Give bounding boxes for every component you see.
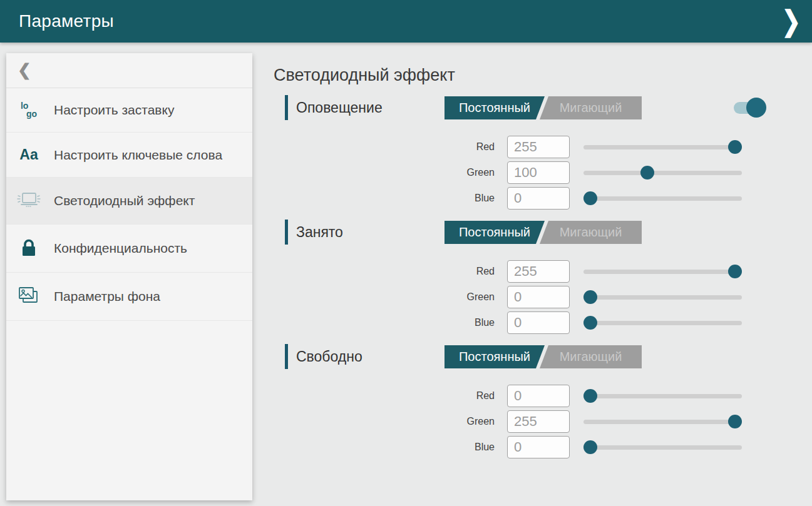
back-icon[interactable]: ❮	[18, 61, 31, 80]
section-name: Занято	[296, 224, 343, 241]
green-value-input[interactable]	[507, 286, 570, 308]
mode-toggle-group: Постоянный Мигающий	[445, 221, 642, 244]
slider-thumb[interactable]	[583, 316, 597, 330]
slider-thumb[interactable]	[583, 389, 597, 403]
sidebar-item-screensaver[interactable]: lo go Настроить заставку	[6, 88, 252, 133]
blue-value-input[interactable]	[507, 436, 570, 458]
red-row: Red	[274, 383, 812, 408]
section-free: Свободно Постоянный Мигающий Red Green	[274, 344, 812, 460]
lock-icon	[15, 238, 43, 258]
blue-label: Blue	[274, 442, 495, 453]
blue-label: Blue	[274, 193, 495, 204]
section-name: Оповещение	[296, 99, 383, 116]
red-value-input[interactable]	[507, 260, 570, 283]
mode-solid-button[interactable]: Постоянный	[445, 221, 545, 244]
mode-solid-button[interactable]: Постоянный	[445, 345, 545, 368]
mode-blinking-button[interactable]: Мигающий	[540, 345, 642, 368]
app-header: Параметры ❯	[0, 0, 812, 43]
section-accent-bar	[285, 344, 288, 369]
red-slider[interactable]	[583, 389, 742, 403]
green-slider[interactable]	[583, 166, 742, 180]
switch-knob	[746, 98, 766, 118]
green-slider[interactable]	[583, 290, 742, 304]
page-title: Светодиодный эффект	[274, 64, 812, 86]
green-label: Green	[274, 291, 495, 303]
slider-thumb[interactable]	[728, 415, 742, 428]
green-row: Green	[274, 284, 812, 310]
slider-track	[583, 394, 742, 398]
blue-row: Blue	[274, 185, 812, 211]
section-header: Свободно Постоянный Мигающий	[274, 344, 812, 369]
green-value-input[interactable]	[507, 410, 570, 433]
mode-blinking-button[interactable]: Мигающий	[540, 96, 642, 119]
red-slider[interactable]	[583, 140, 742, 154]
sidebar-item-label: Настроить заставку	[54, 102, 174, 118]
green-row: Green	[274, 159, 812, 185]
mode-blinking-button[interactable]: Мигающий	[540, 221, 642, 244]
slider-track	[583, 321, 742, 325]
red-label: Red	[274, 266, 495, 277]
sidebar-item-label: Конфиденциальность	[54, 240, 187, 256]
section-busy: Занято Постоянный Мигающий Red Green	[274, 220, 812, 335]
blue-slider[interactable]	[583, 191, 742, 205]
red-row: Red	[274, 258, 812, 284]
blue-value-input[interactable]	[507, 187, 570, 210]
red-label: Red	[274, 390, 495, 402]
green-label: Green	[274, 167, 495, 178]
blue-slider[interactable]	[583, 440, 742, 454]
settings-sidebar: ❮ lo go Настроить заставку Aa Настроить …	[6, 53, 252, 500]
sidebar-item-label: Параметры фона	[54, 288, 160, 305]
sidebar-item-privacy[interactable]: Конфиденциальность	[6, 225, 252, 273]
section-accent-bar	[285, 220, 288, 245]
slider-track	[583, 171, 742, 175]
red-value-input[interactable]	[507, 136, 570, 158]
blue-value-input[interactable]	[507, 311, 570, 334]
led-effect-panel: Светодиодный эффект Оповещение Постоянны…	[274, 43, 812, 506]
text-aa-icon: Aa	[15, 146, 43, 163]
green-label: Green	[274, 416, 495, 427]
slider-track	[583, 295, 742, 300]
section-notification: Оповещение Постоянный Мигающий Red	[274, 95, 812, 211]
slider-thumb[interactable]	[640, 166, 654, 180]
slider-track	[583, 270, 742, 274]
app-title: Параметры	[19, 11, 114, 31]
sidebar-item-led-effect[interactable]: Светодиодный эффект	[6, 178, 252, 225]
red-label: Red	[274, 141, 495, 153]
logo-icon: lo go	[15, 102, 43, 118]
mode-solid-button[interactable]: Постоянный	[445, 96, 545, 119]
sidebar-header: ❮	[6, 53, 252, 88]
sidebar-item-label: Настроить ключевые слова	[54, 147, 222, 163]
green-row: Green	[274, 408, 812, 434]
slider-thumb[interactable]	[583, 290, 597, 304]
slider-track	[583, 145, 742, 149]
slider-track	[583, 445, 742, 450]
blue-label: Blue	[274, 317, 495, 328]
section-name: Свободно	[296, 348, 362, 365]
slider-thumb[interactable]	[583, 440, 597, 454]
section-header: Оповещение Постоянный Мигающий	[274, 95, 812, 120]
green-slider[interactable]	[583, 415, 742, 428]
notification-enabled-switch[interactable]	[734, 98, 769, 118]
slider-track	[583, 420, 742, 424]
mode-toggle-group: Постоянный Мигающий	[445, 96, 642, 119]
slider-thumb[interactable]	[728, 140, 742, 154]
sidebar-item-keywords[interactable]: Aa Настроить ключевые слова	[6, 133, 252, 178]
slider-thumb[interactable]	[728, 265, 742, 278]
blue-row: Blue	[274, 310, 812, 335]
red-value-input[interactable]	[507, 385, 570, 407]
red-slider[interactable]	[583, 265, 742, 278]
sidebar-item-background[interactable]: Параметры фона	[6, 273, 252, 321]
slider-track	[583, 196, 742, 201]
led-monitor-icon	[15, 191, 43, 210]
section-accent-bar	[285, 95, 288, 120]
sidebar-item-label: Светодиодный эффект	[54, 193, 195, 209]
settings-app: Параметры ❯ ❮ lo go Настроить заставку A…	[0, 0, 812, 506]
blue-row: Blue	[274, 434, 812, 460]
expand-panel-icon[interactable]: ❯	[782, 3, 801, 40]
blue-slider[interactable]	[583, 316, 742, 330]
green-value-input[interactable]	[507, 161, 570, 184]
background-images-icon	[15, 286, 43, 306]
mode-toggle-group: Постоянный Мигающий	[445, 345, 642, 368]
slider-thumb[interactable]	[583, 191, 597, 205]
red-row: Red	[274, 134, 812, 159]
